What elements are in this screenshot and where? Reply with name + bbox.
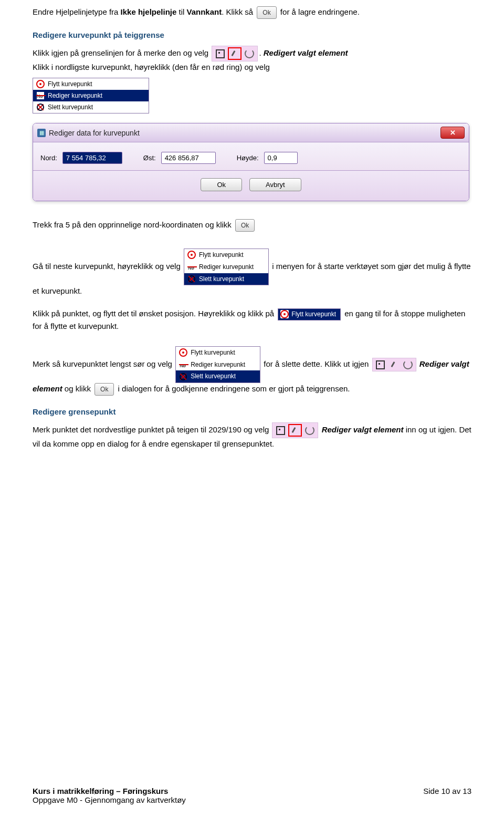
- footer-page-number: Side 10 av 13: [423, 787, 471, 804]
- dialog-rediger-data: Rediger data for kurvepunkt ✕ Nord: Øst:…: [33, 123, 469, 201]
- app-icon: [37, 129, 46, 137]
- menu-label: Rediger kurvepunkt: [48, 92, 102, 99]
- menu-label: Flytt kurvepunkt: [191, 348, 235, 357]
- select-icon[interactable]: [375, 359, 386, 370]
- text-bold: Vannkant: [186, 7, 222, 16]
- menu-item-slett[interactable]: Slett kurvepunkt: [176, 370, 260, 382]
- text: Gå til neste kurvepunkt, høyreklikk og v…: [33, 262, 183, 271]
- heading-redigere-grensepunkt: Redigere grensepunkt: [33, 406, 471, 417]
- paragraph-3: Trekk fra 5 på den opprinnelige nord-koo…: [33, 219, 471, 232]
- dialog-titlebar: Rediger data for kurvepunkt ✕: [33, 123, 469, 142]
- menu-label: Rediger kurvepunkt: [191, 360, 245, 369]
- nord-input[interactable]: [62, 152, 122, 164]
- target-icon: [280, 310, 289, 318]
- hoyde-input[interactable]: [264, 152, 298, 164]
- paragraph-1: Endre Hjelpelinjetype fra Ikke hjelpelin…: [33, 6, 471, 19]
- page-footer: Kurs i matrikkelføring – Føringskurs Opp…: [0, 787, 504, 804]
- menu-item-rediger[interactable]: Rediger kurvepunkt: [184, 261, 268, 273]
- edit-icon[interactable]: [288, 424, 302, 437]
- context-menu-inline-2: Flytt kurvepunkt Rediger kurvepunkt Slet…: [175, 346, 260, 383]
- text: for å lagre endringene.: [278, 7, 360, 16]
- paragraph-6: Merk så kurvepunktet lengst sør og velg …: [33, 346, 471, 396]
- text-bold-italic: Redigert valgt element: [264, 48, 348, 57]
- nord-label: Nord:: [40, 154, 57, 162]
- menu-label: Rediger kurvepunkt: [199, 263, 254, 272]
- text: Klikk på punktet, og flytt det til ønske…: [33, 309, 276, 318]
- ok-button[interactable]: Ok: [257, 6, 276, 19]
- paragraph-2: Klikk igjen på grenselinjen for å merke …: [33, 46, 471, 73]
- rotate-icon[interactable]: [244, 48, 255, 59]
- text: Endre Hjelpelinjetype fra: [33, 7, 121, 16]
- context-menu-inline-1: Flytt kurvepunkt Rediger kurvepunkt Slet…: [184, 249, 269, 285]
- delete-icon: [36, 103, 45, 111]
- menu-item-rediger[interactable]: Rediger kurvepunkt: [33, 90, 149, 101]
- menu-label: Slett kurvepunkt: [199, 275, 244, 284]
- menu-label: Slett kurvepunkt: [48, 104, 93, 111]
- target-icon: [179, 348, 187, 357]
- text-bold-italic: Rediger valgt element: [322, 425, 404, 434]
- toolbar-strip: [212, 46, 258, 61]
- toolbar-strip: [372, 358, 416, 371]
- ok-button[interactable]: Ok: [94, 383, 114, 396]
- dialog-body: Nord: Øst: Høyde:: [33, 142, 469, 171]
- menu-item-flytt[interactable]: Flytt kurvepunkt: [33, 78, 149, 90]
- footer-title: Kurs i matrikkelføring – Føringskurs: [33, 787, 186, 795]
- menu-item-slett[interactable]: Slett kurvepunkt: [184, 273, 268, 285]
- text: for å slette dette. Klikk ut igjen: [261, 359, 371, 368]
- text: Merk punktet det nordvestlige punktet på…: [33, 425, 271, 434]
- ok-button[interactable]: Ok: [235, 219, 255, 232]
- text: .: [259, 48, 263, 57]
- text: Klikk igjen på grenselinjen for å merke …: [33, 48, 211, 57]
- ost-label: Øst:: [143, 154, 156, 162]
- delete-icon: [187, 275, 196, 283]
- heading-redigere-kurvepunkt: Redigere kurvepunkt på teiggrense: [33, 29, 471, 40]
- rediger-icon: [36, 91, 45, 100]
- footer-subtitle: Oppgave M0 - Gjennomgang av kartverktøy: [33, 795, 186, 804]
- select-icon[interactable]: [214, 48, 226, 59]
- menu-label: Flytt kurvepunkt: [291, 310, 336, 319]
- text: . Klikk så: [222, 7, 255, 16]
- edit-icon[interactable]: [388, 359, 400, 370]
- text: Klikk i nordligste kurvepunkt, høyreklik…: [33, 63, 270, 71]
- paragraph-4: Gå til neste kurvepunkt, høyreklikk og v…: [33, 249, 471, 296]
- dialog-avbryt-button[interactable]: Avbryt: [249, 178, 301, 191]
- text-bold: Ikke hjelpelinje: [121, 7, 177, 16]
- flytt-kurvepunkt-chip[interactable]: Flytt kurvepunkt: [278, 308, 341, 320]
- menu-item-flytt[interactable]: Flytt kurvepunkt: [176, 347, 260, 359]
- context-menu-1: Flytt kurvepunkt Rediger kurvepunkt Slet…: [33, 78, 149, 113]
- hoyde-label: Høyde:: [237, 154, 259, 162]
- menu-label: Slett kurvepunkt: [191, 372, 236, 381]
- close-button[interactable]: ✕: [440, 127, 465, 139]
- dialog-buttons: Ok Avbryt: [33, 171, 469, 201]
- text: og klikk: [62, 384, 93, 393]
- select-icon[interactable]: [275, 425, 286, 436]
- target-icon: [187, 251, 196, 259]
- rediger-icon: [179, 360, 187, 369]
- text: Merk så kurvepunktet lengst sør og velg: [33, 359, 174, 368]
- text: til: [176, 7, 186, 16]
- menu-item-rediger[interactable]: Rediger kurvepunkt: [176, 359, 260, 371]
- edit-icon[interactable]: [228, 47, 242, 60]
- text: i dialogen for å godkjenne endringene so…: [116, 384, 350, 393]
- rotate-icon[interactable]: [402, 359, 414, 370]
- dialog-title: Rediger data for kurvepunkt: [49, 129, 140, 137]
- toolbar-strip: [272, 422, 318, 438]
- menu-label: Flytt kurvepunkt: [199, 251, 244, 260]
- target-icon: [36, 80, 45, 88]
- rediger-icon: [187, 263, 196, 271]
- rotate-icon[interactable]: [304, 425, 316, 436]
- menu-item-slett[interactable]: Slett kurvepunkt: [33, 101, 149, 113]
- menu-item-flytt[interactable]: Flytt kurvepunkt: [184, 249, 268, 261]
- ost-input[interactable]: [161, 152, 216, 164]
- dialog-ok-button[interactable]: Ok: [201, 178, 242, 191]
- paragraph-5: Klikk på punktet, og flytt det til ønske…: [33, 308, 471, 331]
- text: Trekk fra 5 på den opprinnelige nord-koo…: [33, 220, 234, 229]
- delete-icon: [179, 373, 187, 381]
- menu-label: Flytt kurvepunkt: [48, 80, 92, 88]
- paragraph-7: Merk punktet det nordvestlige punktet på…: [33, 422, 471, 449]
